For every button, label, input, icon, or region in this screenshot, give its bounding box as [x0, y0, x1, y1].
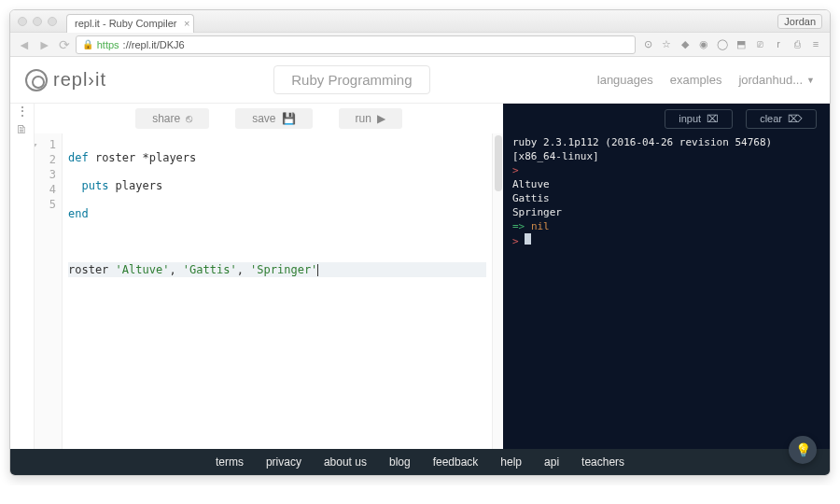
close-dot[interactable]	[18, 17, 27, 26]
ext-icon-6[interactable]: r	[772, 38, 785, 50]
line-number-2[interactable]: 2	[35, 152, 62, 167]
close-icon[interactable]: ×	[184, 18, 189, 29]
search-icon[interactable]: ⊙	[641, 38, 654, 50]
help-fab[interactable]: 💡	[789, 436, 817, 464]
editor-toolbar: share ⎋ save 💾 run ▶	[35, 104, 503, 133]
terminal-toolbar: input ⌧ clear ⌦	[503, 104, 830, 133]
nav-examples[interactable]: examples	[670, 73, 722, 87]
left-rail: ⋮ 🗎	[10, 104, 35, 449]
clear-icon: ⌦	[788, 113, 803, 125]
reload-icon[interactable]: ⟳	[59, 37, 70, 52]
play-icon: ▶	[377, 112, 385, 125]
clear-label: clear	[760, 113, 782, 124]
save-button[interactable]: save 💾	[235, 108, 312, 129]
editor-scrollbar[interactable]	[492, 133, 503, 449]
nav-user[interactable]: jordanhud... ▼	[738, 73, 815, 87]
line-number-4[interactable]: 4	[35, 182, 62, 197]
line-number-5[interactable]: 5	[35, 197, 62, 212]
ext-icon-5[interactable]: ⎚	[753, 38, 766, 50]
titlebar: repl.it - Ruby Compiler × Jordan	[10, 10, 830, 33]
terminal-output[interactable]: ruby 2.3.1p112 (2016-04-26 revision 5476…	[503, 133, 830, 449]
ext-icon-2[interactable]: ◉	[697, 38, 710, 50]
line-number-1[interactable]: 1	[35, 137, 62, 152]
share-icon: ⎋	[186, 112, 192, 125]
ext-icon-3[interactable]: ◯	[716, 38, 729, 50]
input-icon: ⌧	[707, 113, 719, 125]
terminal-cursor	[525, 233, 531, 245]
code-l5-call: roster	[68, 263, 116, 276]
page-title[interactable]: Ruby Programming	[273, 65, 429, 94]
lightbulb-icon: 💡	[795, 442, 811, 457]
result-nil: nil	[531, 220, 550, 232]
kw-puts: puts	[81, 179, 108, 192]
more-icon[interactable]: ⋮	[16, 109, 29, 113]
user-label: jordanhud...	[738, 73, 803, 87]
profile-badge[interactable]: Jordan	[777, 14, 822, 29]
save-icon: 💾	[282, 112, 296, 125]
brand-text: repl›it	[53, 69, 106, 91]
main-split: ⋮ 🗎 share ⎋ save 💾 run ▶ 1	[10, 104, 830, 449]
ext-icon-1[interactable]: ◆	[679, 38, 692, 50]
lock-icon: 🔒	[82, 39, 93, 49]
code-l2-rest: players	[108, 179, 162, 192]
editor-pane: share ⎋ save 💾 run ▶ 1 2 3 4 5	[35, 104, 503, 449]
save-label: save	[252, 112, 275, 125]
zoom-dot[interactable]	[48, 17, 57, 26]
back-icon[interactable]: ◄	[18, 37, 31, 52]
url-input[interactable]: 🔒 https://repl.it/DKJ6	[76, 35, 636, 54]
clear-button[interactable]: clear ⌦	[746, 109, 817, 129]
line-gutter: 1 2 3 4 5	[35, 133, 63, 449]
line-number-3[interactable]: 3	[35, 167, 62, 182]
logo[interactable]: repl›it	[25, 69, 106, 91]
str-springer: 'Springer'	[250, 263, 317, 276]
browser-window: repl.it - Ruby Compiler × Jordan ◄ ► ⟳ 🔒…	[9, 9, 831, 476]
out-springer: Springer	[512, 205, 820, 219]
footer-teachers[interactable]: teachers	[581, 455, 624, 469]
browser-tab[interactable]: repl.it - Ruby Compiler ×	[66, 14, 194, 33]
code-l1-rest: roster *players	[89, 151, 197, 164]
tab-title: repl.it - Ruby Compiler	[75, 18, 176, 29]
ext-icon-4[interactable]: ⬒	[735, 38, 748, 50]
nav-languages[interactable]: languages	[597, 73, 653, 87]
footer: terms privacy about us blog feedback hel…	[10, 449, 830, 475]
addr-extension-icons: ⊙ ☆ ◆ ◉ ◯ ⬒ ⎚ r ⎙ ≡	[641, 38, 822, 50]
footer-feedback[interactable]: feedback	[433, 455, 479, 469]
footer-api[interactable]: api	[544, 455, 559, 469]
chevron-down-icon: ▼	[806, 76, 815, 85]
footer-terms[interactable]: terms	[216, 455, 244, 469]
nav-arrows: ◄ ► ⟳	[18, 37, 70, 52]
str-altuve: 'Altuve'	[116, 263, 170, 276]
result-arrow: =>	[512, 220, 525, 232]
code-l2-indent	[68, 179, 81, 192]
logo-icon	[25, 69, 48, 91]
cast-icon[interactable]: ⎙	[791, 38, 804, 50]
run-label: run	[356, 112, 371, 125]
ruby-version: ruby 2.3.1p112 (2016-04-26 revision 5476…	[512, 135, 820, 149]
str-gattis: 'Gattis'	[183, 263, 237, 276]
scrollbar-thumb[interactable]	[495, 135, 502, 191]
kw-def: def	[68, 151, 89, 164]
editor-body: 1 2 3 4 5 def roster *players puts playe…	[35, 133, 503, 449]
footer-blog[interactable]: blog	[389, 455, 411, 469]
window-controls[interactable]	[18, 17, 57, 26]
comma-2: ,	[237, 263, 250, 276]
app-header: repl›it Ruby Programming languages examp…	[10, 57, 830, 104]
prompt-1: >	[512, 163, 820, 177]
url-rest: ://repl.it/DKJ6	[123, 39, 185, 50]
menu-icon[interactable]: ≡	[809, 38, 822, 50]
code-editor[interactable]: def roster *players puts players end ros…	[63, 133, 492, 449]
out-altuve: Altuve	[512, 177, 820, 191]
footer-help[interactable]: help	[500, 455, 522, 469]
minimize-dot[interactable]	[33, 17, 42, 26]
run-button[interactable]: run ▶	[339, 108, 402, 129]
url-scheme: https	[97, 39, 119, 50]
share-button[interactable]: share ⎋	[135, 108, 209, 129]
file-icon[interactable]: 🗎	[16, 122, 28, 136]
input-label: input	[679, 113, 701, 124]
forward-icon[interactable]: ►	[38, 37, 51, 52]
input-button[interactable]: input ⌧	[665, 109, 733, 129]
share-label: share	[152, 112, 180, 125]
footer-about[interactable]: about us	[324, 455, 367, 469]
star-icon[interactable]: ☆	[660, 38, 673, 50]
footer-privacy[interactable]: privacy	[266, 455, 301, 469]
